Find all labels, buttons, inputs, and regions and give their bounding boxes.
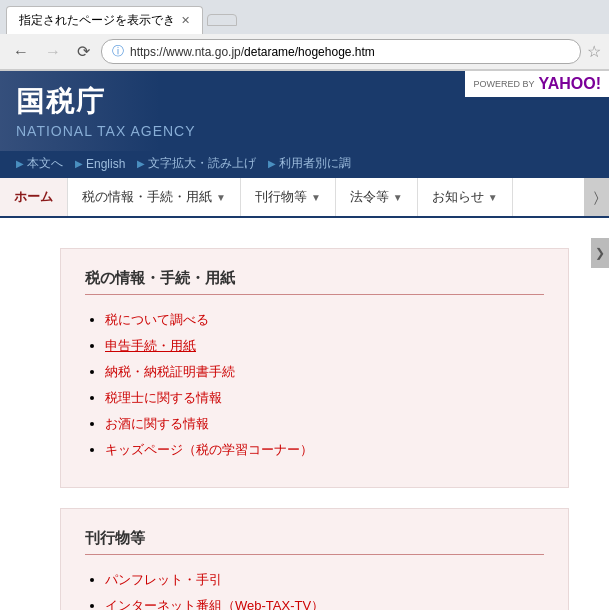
side-nav-arrow[interactable]: ❯ (591, 238, 609, 268)
link-pamphlet[interactable]: パンフレット・手引 (105, 572, 222, 587)
back-button[interactable]: ← (8, 41, 34, 63)
link-zei-shirabe[interactable]: 税について調べる (105, 312, 209, 327)
nav-scroll-right[interactable]: 〉 (584, 178, 609, 216)
nav-link-english[interactable]: ▶ English (75, 157, 125, 171)
yahoo-search: POWERED BY YAHOO! (465, 71, 609, 97)
address-text: https://www.nta.go.jp/detarame/hogehoge.… (130, 45, 570, 59)
nav-link-moji[interactable]: ▶ 文字拡大・読み上げ (137, 155, 256, 172)
nav-item-kankobutsu-label: 刊行物等 (255, 188, 307, 206)
kankobutsu-section-title: 刊行物等 (85, 529, 544, 555)
arrow-icon-honbun: ▶ (16, 158, 24, 169)
header-nav-links: ▶ 本文へ ▶ English ▶ 文字拡大・読み上げ ▶ 利用者別に調 (0, 151, 609, 178)
tab-bar: 指定されたページを表示でき ✕ (0, 0, 609, 34)
forward-button[interactable]: → (40, 41, 66, 63)
header-right: POWERED BY YAHOO! (465, 71, 609, 97)
link-osake[interactable]: お酒に関する情報 (105, 416, 209, 431)
link-kids[interactable]: キッズページ（税の学習コーナー） (105, 442, 313, 457)
logo-kanji: 国税庁 (16, 83, 196, 121)
nav-bar: ← → ⟳ ⓘ https://www.nta.go.jp/detarame/h… (0, 34, 609, 70)
nav-item-zei-info-label: 税の情報・手続・用紙 (82, 188, 212, 206)
reload-button[interactable]: ⟳ (72, 40, 95, 63)
bookmark-icon[interactable]: ☆ (587, 42, 601, 61)
logo-en: NATIONAL TAX AGENCY (16, 123, 196, 139)
arrow-icon-moji: ▶ (137, 158, 145, 169)
browser-tab[interactable]: 指定されたページを表示でき ✕ (6, 6, 203, 34)
nav-item-oshirase[interactable]: お知らせ ▼ (418, 178, 513, 216)
zei-section-title: 税の情報・手続・用紙 (85, 269, 544, 295)
list-item: 納税・納税証明書手続 (105, 363, 544, 381)
kankobutsu-section: 刊行物等 パンフレット・手引 インターネット番組（Web-TAX-TV） (60, 508, 569, 610)
nav-link-honbun[interactable]: ▶ 本文へ (16, 155, 63, 172)
arrow-icon-english: ▶ (75, 158, 83, 169)
header-inner: 国税庁 NATIONAL TAX AGENCY POWERED BY YAHOO… (0, 71, 609, 151)
ssl-icon: ⓘ (112, 43, 124, 60)
link-shinkoku[interactable]: 申告手続・用紙 (105, 338, 196, 353)
list-item: 税理士に関する情報 (105, 389, 544, 407)
nav-link-honbun-label: 本文へ (27, 155, 63, 172)
nav-link-english-label: English (86, 157, 125, 171)
list-item: お酒に関する情報 (105, 415, 544, 433)
tab-title: 指定されたページを表示でき (19, 12, 175, 29)
nav-item-horeito-label: 法令等 (350, 188, 389, 206)
nav-item-kankobutsu[interactable]: 刊行物等 ▼ (241, 178, 336, 216)
nav-link-moji-label: 文字拡大・読み上げ (148, 155, 256, 172)
powered-by-text: POWERED BY (473, 79, 534, 89)
list-item: キッズページ（税の学習コーナー） (105, 441, 544, 459)
logo-area: 国税庁 NATIONAL TAX AGENCY (16, 83, 196, 139)
list-item: 申告手続・用紙 (105, 337, 544, 355)
address-bar[interactable]: ⓘ https://www.nta.go.jp/detarame/hogehog… (101, 39, 581, 64)
link-nouzei[interactable]: 納税・納税証明書手続 (105, 364, 235, 379)
tab-close-icon[interactable]: ✕ (181, 14, 190, 27)
caret-icon-oshirase: ▼ (488, 192, 498, 203)
new-tab-button[interactable] (207, 14, 237, 26)
nav-link-riyousha[interactable]: ▶ 利用者別に調 (268, 155, 351, 172)
link-internet-tv[interactable]: インターネット番組（Web-TAX-TV） (105, 598, 324, 610)
nav-item-zei-info[interactable]: 税の情報・手続・用紙 ▼ (68, 178, 241, 216)
list-item: インターネット番組（Web-TAX-TV） (105, 597, 544, 610)
yahoo-logo: YAHOO! (538, 75, 601, 93)
kankobutsu-link-list: パンフレット・手引 インターネット番組（Web-TAX-TV） (85, 571, 544, 610)
main-nav: ホーム 税の情報・手続・用紙 ▼ 刊行物等 ▼ 法令等 ▼ お知らせ ▼ 〉 (0, 178, 609, 218)
nav-item-oshirase-label: お知らせ (432, 188, 484, 206)
page-content: ❯ 税の情報・手続・用紙 税について調べる 申告手続・用紙 納税・納税証明書手続… (0, 218, 609, 610)
list-item: パンフレット・手引 (105, 571, 544, 589)
list-item: 税について調べる (105, 311, 544, 329)
nav-item-horeito[interactable]: 法令等 ▼ (336, 178, 418, 216)
zei-link-list: 税について調べる 申告手続・用紙 納税・納税証明書手続 税理士に関する情報 お酒… (85, 311, 544, 459)
link-zeirishi[interactable]: 税理士に関する情報 (105, 390, 222, 405)
arrow-icon-riyousha: ▶ (268, 158, 276, 169)
main-content: 税の情報・手続・用紙 税について調べる 申告手続・用紙 納税・納税証明書手続 税… (0, 228, 609, 610)
nav-item-home[interactable]: ホーム (0, 178, 68, 216)
caret-icon-horeito: ▼ (393, 192, 403, 203)
caret-icon-kankobutsu: ▼ (311, 192, 321, 203)
zei-section: 税の情報・手続・用紙 税について調べる 申告手続・用紙 納税・納税証明書手続 税… (60, 248, 569, 488)
site-header: 国税庁 NATIONAL TAX AGENCY POWERED BY YAHOO… (0, 71, 609, 178)
browser-chrome: 指定されたページを表示でき ✕ ← → ⟳ ⓘ https://www.nta.… (0, 0, 609, 71)
nav-item-home-label: ホーム (14, 188, 53, 206)
nav-link-riyousha-label: 利用者別に調 (279, 155, 351, 172)
caret-icon-zei: ▼ (216, 192, 226, 203)
